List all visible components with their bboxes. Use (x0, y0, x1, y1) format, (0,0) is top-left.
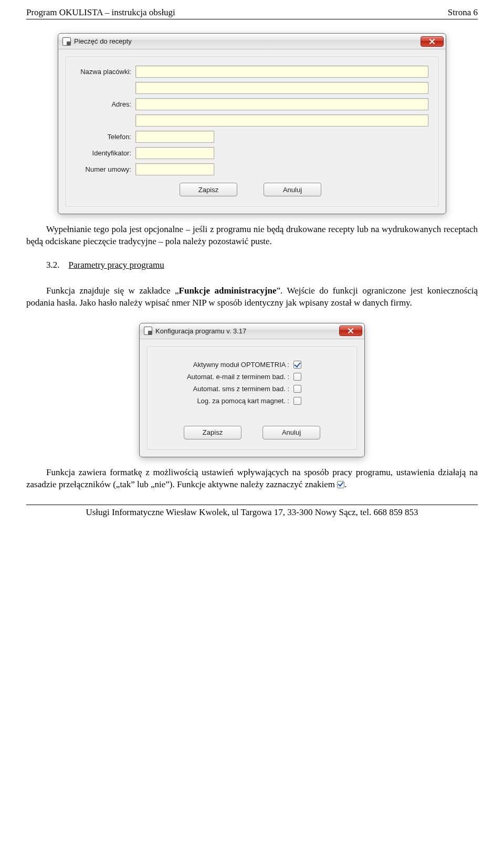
dialog2-title: Konfiguracja programu v. 3.17 (155, 327, 339, 335)
section-number: 3.2. (46, 260, 60, 270)
dialog-konfiguracja: Konfiguracja programu v. 3.17 Aktywny mo… (139, 323, 365, 457)
doc-header-left: Program OKULISTA – instrukcja obsługi (26, 7, 175, 18)
doc-header-right: Strona 6 (448, 7, 478, 18)
paragraph-2-bold: Funkcje administracyjne (179, 286, 277, 296)
save-button[interactable]: Zapisz (184, 426, 242, 439)
label-nazwa: Nazwa placówki: (72, 68, 135, 76)
label-identyfikator: Identyfikator: (72, 149, 135, 157)
label-adres: Adres: (72, 100, 135, 108)
label-telefon: Telefon: (72, 133, 135, 141)
dialog-pieczec: Pieczęć do recepty Nazwa placówki: (58, 33, 446, 214)
close-icon (348, 328, 354, 334)
label-log-karty: Log. za pomocą kart magnet. : (157, 397, 293, 405)
checkbox-optometria[interactable] (293, 361, 301, 369)
close-button[interactable] (339, 326, 362, 336)
cancel-button[interactable]: Anuluj (264, 183, 321, 196)
checkbox-email[interactable] (293, 373, 301, 381)
app-icon (144, 327, 152, 335)
paragraph-3b: . (344, 479, 346, 489)
input-nazwa[interactable] (135, 66, 428, 78)
label-optometria: Aktywny moduł OPTOMETRIA : (157, 361, 293, 369)
checkbox-sms[interactable] (293, 385, 301, 393)
cancel-button[interactable]: Anuluj (262, 426, 320, 439)
dialog-title: Pieczęć do recepty (74, 37, 421, 45)
input-adres[interactable] (135, 98, 428, 110)
paragraph-2a: Funkcja znajduje się w zakładce „ (46, 286, 179, 296)
section-title: Parametry pracy programu (69, 260, 164, 270)
checkbox-log-karty[interactable] (293, 397, 301, 405)
save-button[interactable]: Zapisz (180, 183, 237, 196)
close-icon (429, 38, 435, 45)
label-numer-umowy: Numer umowy: (72, 165, 135, 173)
close-button[interactable] (421, 36, 444, 47)
paragraph-3a: Funkcja zawiera formatkę z możliwością u… (26, 467, 478, 489)
inline-checked-icon (337, 481, 344, 488)
input-adres-line2[interactable] (135, 114, 428, 127)
app-icon (62, 37, 71, 46)
label-sms: Automat. sms z terminem bad. : (157, 385, 293, 393)
input-identyfikator[interactable] (135, 147, 214, 159)
input-telefon[interactable] (135, 131, 214, 143)
paragraph-1: Wypełnianie tego pola jest opcjonalne – … (26, 224, 478, 248)
label-email: Automat. e-mail z terminem bad. : (157, 373, 293, 381)
input-numer-umowy[interactable] (135, 163, 214, 175)
input-nazwa-line2[interactable] (135, 82, 428, 94)
doc-footer: Usługi Informatyczne Wiesław Kwolek, ul … (26, 505, 478, 518)
